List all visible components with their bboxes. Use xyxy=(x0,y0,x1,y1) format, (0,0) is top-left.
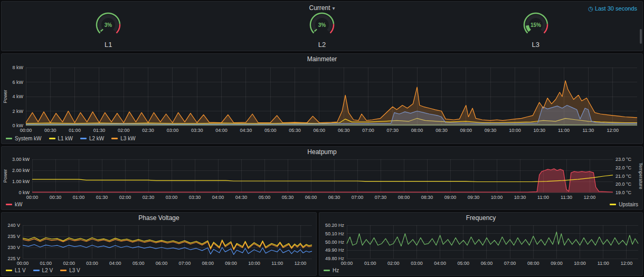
clock-icon: ◷ xyxy=(588,5,593,12)
svg-text:10:00: 10:00 xyxy=(509,128,521,133)
svg-text:02:00: 02:00 xyxy=(63,261,75,266)
svg-text:09:00: 09:00 xyxy=(225,261,237,266)
svg-text:06:00: 06:00 xyxy=(314,128,326,133)
mainmeter-graph[interactable]: 0 kW2 kW4 kW6 kW8 kW00:0000:3001:0001:30… xyxy=(2,64,642,134)
legend-item-l1-kw[interactable]: L1 kW xyxy=(49,135,73,142)
panel-title-phase-voltage[interactable]: Phase Voltage xyxy=(2,213,316,223)
panel-title-mainmeter[interactable]: Mainmeter xyxy=(2,54,642,64)
legend-item-l3-kw[interactable]: L3 kW xyxy=(111,135,135,142)
svg-text:12:00: 12:00 xyxy=(295,261,307,266)
panel-frequency: Frequency 49.80 Hz49.90 Hz50.00 Hz50.10 … xyxy=(319,212,643,276)
svg-text:08:30: 08:30 xyxy=(421,195,433,200)
svg-text:2.00 kW: 2.00 kW xyxy=(12,168,30,173)
svg-text:01:00: 01:00 xyxy=(40,261,52,266)
frequency-graph[interactable]: 49.80 Hz49.90 Hz50.00 Hz50.10 Hz50.20 Hz… xyxy=(319,223,642,267)
svg-text:02:00: 02:00 xyxy=(119,195,131,200)
svg-text:12:00: 12:00 xyxy=(621,261,633,266)
legend-swatch xyxy=(610,204,616,205)
gauge-label-l3: L3 xyxy=(532,41,539,49)
svg-text:06:00: 06:00 xyxy=(481,261,493,266)
legend-swatch xyxy=(111,138,118,139)
svg-text:00:30: 00:30 xyxy=(50,195,62,200)
svg-text:6 kW: 6 kW xyxy=(12,80,23,85)
legend-item-l2-kw[interactable]: L2 kW xyxy=(80,135,104,142)
svg-text:03:00: 03:00 xyxy=(167,128,179,133)
svg-text:10:00: 10:00 xyxy=(491,195,503,200)
svg-text:08:00: 08:00 xyxy=(527,261,539,266)
svg-text:09:00: 09:00 xyxy=(551,261,563,266)
row-title-current[interactable]: Current▾ xyxy=(2,4,642,12)
svg-text:01:00: 01:00 xyxy=(69,128,81,133)
svg-text:50.20 Hz: 50.20 Hz xyxy=(325,223,345,228)
svg-text:19.0 °C: 19.0 °C xyxy=(615,190,632,195)
svg-text:12:00: 12:00 xyxy=(607,128,619,133)
svg-text:00:00: 00:00 xyxy=(26,195,39,200)
svg-text:50.00 Hz: 50.00 Hz xyxy=(325,240,345,245)
legend-swatch xyxy=(60,270,67,271)
legend-item-l2-v[interactable]: L2 V xyxy=(33,267,53,274)
svg-text:01:00: 01:00 xyxy=(73,195,85,200)
svg-text:08:30: 08:30 xyxy=(435,128,448,133)
svg-text:11:30: 11:30 xyxy=(582,128,594,133)
svg-text:05:30: 05:30 xyxy=(289,128,301,133)
svg-text:09:00: 09:00 xyxy=(460,128,472,133)
svg-text:07:30: 07:30 xyxy=(387,128,399,133)
phase-voltage-legend: L1 VL2 VL3 V xyxy=(6,267,312,274)
svg-text:11:00: 11:00 xyxy=(537,195,549,200)
legend-item-hz[interactable]: Hz xyxy=(324,267,339,274)
svg-text:00:30: 00:30 xyxy=(44,128,56,133)
svg-text:12:00: 12:00 xyxy=(584,195,596,200)
svg-text:11:00: 11:00 xyxy=(598,261,609,266)
svg-text:3%: 3% xyxy=(105,22,112,28)
time-range-label: Last 30 seconds xyxy=(595,5,637,12)
svg-text:05:00: 05:00 xyxy=(259,195,271,200)
legend-item-l1-v[interactable]: L1 V xyxy=(6,267,26,274)
legend-item-upstairs[interactable]: Upstairs xyxy=(610,201,638,208)
scrollbar-thumb[interactable] xyxy=(640,29,642,44)
svg-text:09:30: 09:30 xyxy=(485,128,497,133)
svg-text:03:00: 03:00 xyxy=(86,261,98,266)
svg-text:05:00: 05:00 xyxy=(132,261,145,266)
phase-voltage-graph[interactable]: 225 V230 V235 V240 V00:0001:0002:0003:00… xyxy=(2,223,316,267)
svg-text:07:30: 07:30 xyxy=(375,195,387,200)
svg-text:02:00: 02:00 xyxy=(118,128,130,133)
svg-text:4 kW: 4 kW xyxy=(12,94,23,99)
time-range-picker[interactable]: ◷Last 30 seconds xyxy=(588,5,637,12)
svg-text:10:30: 10:30 xyxy=(533,128,545,133)
legend-swatch xyxy=(49,138,55,139)
svg-text:02:30: 02:30 xyxy=(143,195,155,200)
svg-text:09:00: 09:00 xyxy=(444,195,457,200)
panel-heatpump: Heatpump 0 kW1.00 kW2.00 kW3.00 kW19.0 °… xyxy=(1,146,643,210)
svg-text:07:00: 07:00 xyxy=(362,128,374,133)
svg-text:01:30: 01:30 xyxy=(96,195,108,200)
svg-text:04:30: 04:30 xyxy=(240,128,252,133)
svg-text:05:00: 05:00 xyxy=(458,261,470,266)
heatpump-graph[interactable]: 0 kW1.00 kW2.00 kW3.00 kW19.0 °C20.0 °C2… xyxy=(2,157,642,201)
svg-text:06:00: 06:00 xyxy=(305,195,317,200)
svg-text:235 V: 235 V xyxy=(7,234,20,239)
svg-text:11:30: 11:30 xyxy=(561,195,572,200)
svg-text:03:00: 03:00 xyxy=(166,195,178,200)
caret-down-icon: ▾ xyxy=(332,5,335,11)
svg-text:Power: Power xyxy=(3,169,8,183)
svg-text:02:00: 02:00 xyxy=(387,261,400,266)
svg-text:1.00 kW: 1.00 kW xyxy=(12,179,30,184)
legend-item-kw[interactable]: kW xyxy=(6,201,22,208)
gauge-l2: 3% xyxy=(308,11,336,40)
gauge-block-l3: 15% L3 xyxy=(429,11,642,49)
frequency-legend: Hz xyxy=(324,267,638,274)
gauge-l1: 3% xyxy=(94,11,122,40)
svg-text:04:00: 04:00 xyxy=(434,261,446,266)
svg-text:08:00: 08:00 xyxy=(411,128,423,133)
svg-text:03:00: 03:00 xyxy=(411,261,423,266)
gauge-row: 3% L1 3% L2 15% L3 xyxy=(2,11,642,49)
panel-title-frequency[interactable]: Frequency xyxy=(319,213,642,223)
gauge-l3: 15% xyxy=(522,11,550,40)
svg-text:21.0 °C: 21.0 °C xyxy=(615,174,632,179)
panel-title-heatpump[interactable]: Heatpump xyxy=(2,147,642,157)
grafana-dashboard: Current▾ ◷Last 30 seconds 3% L1 3% L2 15… xyxy=(0,0,644,277)
legend-item-system-kw[interactable]: System kW xyxy=(6,135,42,142)
svg-text:07:00: 07:00 xyxy=(179,261,191,266)
svg-text:2 kW: 2 kW xyxy=(12,109,23,114)
legend-item-l3-v[interactable]: L3 V xyxy=(60,267,80,274)
